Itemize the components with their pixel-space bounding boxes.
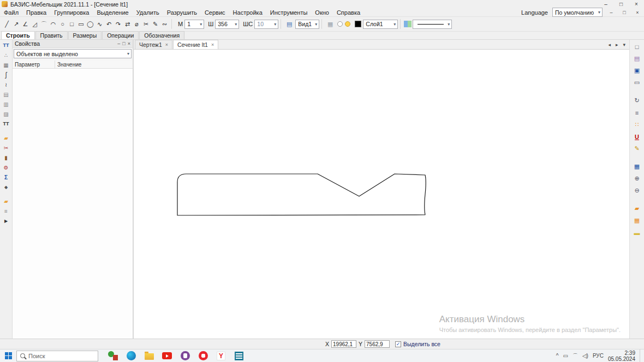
fastener-icon[interactable]: ▮: [1, 153, 11, 162]
sum-icon[interactable]: Σ: [1, 173, 11, 182]
refresh-icon[interactable]: ↻: [632, 96, 642, 105]
list-props-icon[interactable]: ≡: [1, 207, 11, 215]
circle2-tool-icon[interactable]: ◯: [86, 19, 95, 30]
minimize-button[interactable]: –: [598, 0, 613, 8]
menu-tools[interactable]: Инструменты: [266, 9, 312, 16]
taskbar-search-input[interactable]: Поиск: [16, 351, 98, 361]
layers-view-icon[interactable]: [404, 21, 412, 27]
keyboard-icon[interactable]: ▦: [325, 19, 335, 29]
scale-combo[interactable]: 1 ▾: [184, 20, 204, 29]
circle-tool-icon[interactable]: ○: [58, 19, 67, 30]
viber-taskbar-icon[interactable]: [177, 349, 193, 362]
menu-window[interactable]: Окно: [311, 9, 333, 16]
grid-orange-icon[interactable]: ▦: [632, 216, 642, 225]
line-style-combo[interactable]: ▾: [413, 20, 452, 29]
menu-selection[interactable]: Выделение: [93, 9, 132, 16]
close-icon[interactable]: ×: [211, 42, 214, 47]
curve-edit-icon[interactable]: ≀: [1, 80, 11, 89]
start-button[interactable]: [0, 349, 16, 362]
selection-state-combo[interactable]: Объектов не выделено ▾: [14, 49, 132, 58]
detail-icon[interactable]: ▥: [1, 100, 11, 108]
volume-icon[interactable]: ◁): [582, 353, 588, 359]
tab-scroll-left-icon[interactable]: ◂: [608, 42, 611, 47]
language-label[interactable]: Language: [521, 9, 548, 16]
tab-section-lt1[interactable]: Сечение lt1 ×: [173, 40, 218, 49]
numbered-list-icon[interactable]: ≡: [632, 108, 642, 117]
hatch-icon[interactable]: ▨: [1, 110, 11, 118]
taskbar-clock[interactable]: 2:39 05.05.2024: [608, 350, 635, 362]
hidden-icons-chevron[interactable]: ^: [556, 353, 559, 359]
menu-file[interactable]: Файл: [0, 9, 22, 16]
drawing-canvas[interactable]: Активация Windows Чтобы активировать Win…: [134, 50, 629, 339]
table-icon[interactable]: ▦: [1, 61, 11, 69]
paste-icon[interactable]: ▤: [284, 19, 294, 29]
pencil-icon[interactable]: ✎: [632, 144, 642, 153]
triangle-tool-icon[interactable]: ◿: [30, 19, 39, 30]
clipboard-icon[interactable]: ▤: [632, 54, 642, 63]
tab-edit[interactable]: Править: [35, 31, 68, 39]
underline-icon[interactable]: U: [632, 132, 642, 141]
diameter-tool-icon[interactable]: ⌀: [132, 19, 141, 30]
panel-icon[interactable]: ▤: [1, 90, 11, 99]
cursor-icon[interactable]: ▶: [1, 216, 11, 225]
table-blue-icon[interactable]: ▦: [632, 162, 642, 171]
section-profile-path[interactable]: [177, 174, 426, 215]
view-combo[interactable]: Вид1 ▾: [295, 20, 319, 29]
spline-icon[interactable]: ʃ: [1, 70, 11, 79]
materials-icon[interactable]: ▰: [1, 197, 11, 206]
pen-tool-icon[interactable]: ✎: [151, 19, 160, 30]
halfcircle-tool-icon[interactable]: ◠: [49, 19, 58, 30]
notification-center-button[interactable]: [640, 349, 642, 362]
select-all-checkbox[interactable]: ✓: [395, 341, 401, 347]
menu-service[interactable]: Сервис: [201, 9, 229, 16]
rectangle-tool-icon[interactable]: ▭: [76, 19, 86, 30]
yandex-browser-taskbar-icon[interactable]: [195, 349, 211, 362]
bazis-taskbar-icon[interactable]: [105, 349, 121, 362]
node-icon[interactable]: ◆: [1, 183, 11, 191]
scissors-tool-icon[interactable]: ✂: [141, 19, 151, 30]
tab-dimensions[interactable]: Размеры: [68, 31, 102, 39]
save-icon[interactable]: ▣: [632, 66, 642, 75]
marker-icon[interactable]: ▬: [632, 228, 642, 237]
mdi-minimize-button[interactable]: –: [607, 10, 616, 15]
menu-settings[interactable]: Настройка: [229, 9, 266, 16]
arc-tool-icon[interactable]: ⌒: [39, 19, 49, 30]
menu-help[interactable]: Справка: [333, 9, 364, 16]
wave-tool-icon[interactable]: ∿: [95, 19, 104, 30]
x-coordinate-input[interactable]: 19962,1: [331, 340, 356, 348]
tab-build[interactable]: Строить: [1, 31, 35, 39]
yandex-taskbar-icon[interactable]: Y: [213, 349, 229, 362]
panel-minimize-button[interactable]: –: [117, 41, 120, 46]
rotate-left-tool-icon[interactable]: ↶: [104, 19, 114, 30]
y-coordinate-input[interactable]: 7562,9: [365, 340, 390, 348]
spreadsheet-taskbar-icon[interactable]: [231, 349, 247, 362]
seam-width-combo[interactable]: 10 ▾: [254, 20, 278, 29]
ray-tool-icon[interactable]: ↗: [11, 19, 21, 30]
menu-delete[interactable]: Удалить: [133, 9, 163, 16]
square-tool-icon[interactable]: □: [67, 19, 76, 30]
close-button[interactable]: ×: [629, 0, 644, 8]
hardware-icon[interactable]: ⚙: [1, 163, 11, 172]
tab-scroll-right-icon[interactable]: ▸: [616, 42, 618, 47]
menu-explode[interactable]: Разрушить: [163, 9, 201, 16]
youtube-taskbar-icon[interactable]: [159, 349, 175, 362]
menu-edit[interactable]: Правка: [22, 9, 50, 16]
rotate-right-tool-icon[interactable]: ↷: [114, 19, 123, 30]
copy-page-icon[interactable]: □: [632, 42, 642, 51]
text2-icon[interactable]: TT: [1, 119, 11, 128]
print-icon[interactable]: ▭: [632, 78, 642, 87]
network-icon[interactable]: ⌒: [573, 352, 578, 360]
layer-color-swatch[interactable]: [355, 21, 361, 27]
zoom-out-icon[interactable]: ⊖: [632, 186, 642, 195]
tab-operations[interactable]: Операции: [102, 31, 139, 39]
display-icon[interactable]: ▭: [563, 353, 568, 359]
close-icon[interactable]: ×: [165, 42, 168, 47]
layer-visibility-off-icon[interactable]: [337, 21, 343, 27]
mdi-close-button[interactable]: ×: [633, 10, 642, 15]
spline-tool-icon[interactable]: ∾: [160, 19, 169, 30]
language-indicator[interactable]: РУС: [593, 353, 604, 359]
profile-combo[interactable]: По умолчанию ▾: [552, 8, 603, 17]
tab-list-icon[interactable]: ▾: [623, 42, 625, 47]
maximize-button[interactable]: □: [613, 0, 629, 8]
clipboard-orange-icon[interactable]: ▰: [632, 204, 642, 213]
